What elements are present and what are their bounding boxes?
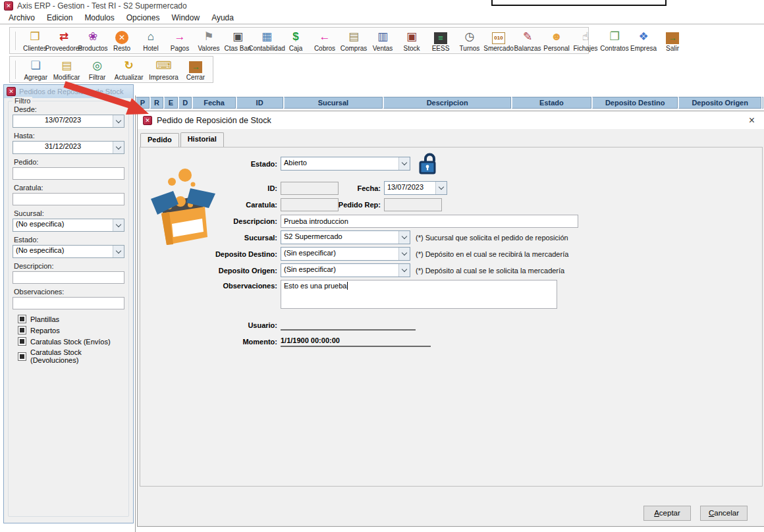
toolbar-smercado[interactable]: 010Smercado bbox=[484, 29, 513, 53]
chevron-down-icon[interactable] bbox=[398, 231, 410, 244]
caratula-input[interactable] bbox=[13, 193, 124, 205]
toolbar-productos[interactable]: ❀Productos bbox=[78, 29, 107, 53]
toolbar-hotel[interactable]: ⌂Hotel bbox=[136, 29, 165, 53]
toolbar-salir[interactable]: →Salir bbox=[658, 29, 687, 53]
checkbox-checked-icon[interactable] bbox=[18, 326, 26, 334]
chevron-down-icon[interactable] bbox=[113, 246, 124, 257]
fecha-date-picker[interactable]: 13/07/2023 bbox=[384, 181, 447, 195]
hasta-date-picker[interactable]: 31/12/2023 bbox=[13, 141, 124, 154]
toolbar-grip[interactable] bbox=[15, 32, 16, 50]
estado-select[interactable]: Abierto bbox=[281, 157, 410, 171]
toolbar-personal[interactable]: ☻Personal bbox=[542, 29, 571, 53]
aceptar-button[interactable]: Aceptar bbox=[643, 506, 691, 521]
toolbar-compras[interactable]: ▤Compras bbox=[339, 29, 368, 53]
toolbar-cobros[interactable]: ←Cobros bbox=[310, 29, 339, 53]
smercado-binary-icon: 010 bbox=[492, 32, 505, 44]
checkbox-row-plantillas[interactable]: Plantillas bbox=[18, 315, 124, 323]
toolbar-proveedores[interactable]: ⇄Proveedores bbox=[49, 29, 78, 53]
grid-column-d[interactable]: D bbox=[178, 97, 192, 109]
desde-date-picker[interactable]: 13/07/2023 bbox=[13, 115, 124, 128]
grid-column-estado[interactable]: Estado bbox=[512, 97, 591, 109]
grid-column-deposito-destino[interactable]: Deposito Destino bbox=[592, 97, 678, 109]
observaciones-textarea[interactable]: Esto es una prueba bbox=[281, 280, 557, 309]
checkbox-row-repartos[interactable]: Repartos bbox=[18, 326, 124, 334]
deposito-origen-select[interactable]: (Sin especificar) bbox=[281, 263, 410, 277]
toolbar-stock[interactable]: ▣Stock bbox=[397, 29, 426, 53]
menu-edicion[interactable]: Edicion bbox=[41, 12, 78, 24]
checkbox-row-caratulas-stock-env-os-[interactable]: Caratulas Stock (Envíos) bbox=[18, 337, 124, 346]
bank-safe-icon: ▣ bbox=[230, 30, 246, 44]
deposito-origen-hint: (*) Depósito al cual se le solicita la m… bbox=[416, 267, 564, 275]
toolbar-empresa[interactable]: ❖Empresa bbox=[629, 29, 658, 53]
menu-modulos[interactable]: Modulos bbox=[78, 12, 120, 24]
checkbox-checked-icon[interactable] bbox=[18, 337, 26, 346]
toolbar-contabilidad[interactable]: ▦Contabilidad bbox=[252, 29, 281, 53]
chevron-down-icon[interactable] bbox=[398, 157, 410, 170]
caratula-label: Caratula: bbox=[14, 184, 124, 192]
sucursal-hint: (*) Sucursal que solicita el pedido de r… bbox=[416, 234, 568, 242]
chevron-down-icon[interactable] bbox=[113, 142, 124, 153]
descripcion-input[interactable]: Prueba introduccion bbox=[281, 215, 578, 228]
toolbar-cerrar[interactable]: →Cerrar bbox=[181, 58, 210, 82]
chevron-down-icon[interactable] bbox=[113, 115, 124, 127]
toolbar-filtrar[interactable]: ◎Filtrar bbox=[83, 58, 112, 82]
checkbox-label: Repartos bbox=[30, 327, 60, 334]
toolbar-item-label: Smercado bbox=[483, 45, 514, 52]
toolbar-eess[interactable]: ≡EESS bbox=[426, 29, 455, 53]
toolbar-valores[interactable]: ⚑Valores bbox=[194, 29, 223, 53]
toolbar-contratos[interactable]: ❐Contratos bbox=[600, 29, 629, 53]
toolbar-ventas[interactable]: ▥Ventas bbox=[368, 29, 397, 53]
toolbar-item-label: Agregar bbox=[24, 74, 47, 81]
chevron-down-icon[interactable] bbox=[398, 248, 410, 260]
grid-column-deposito-origen[interactable]: Deposito Origen bbox=[678, 97, 761, 109]
desde-value: 13/07/2023 bbox=[13, 115, 113, 127]
deposito-destino-select[interactable]: (Sin especificar) bbox=[281, 247, 410, 261]
deposito-origen-label: Deposito Origen: bbox=[200, 267, 277, 275]
toolbar-agregar[interactable]: ❏Agregar bbox=[21, 58, 51, 82]
estado-select[interactable]: (No especifica) bbox=[13, 245, 124, 258]
toolbar-item-label: Hotel bbox=[143, 45, 158, 52]
toolbar-turnos[interactable]: ◷Turnos bbox=[455, 29, 484, 53]
tab-pedido[interactable]: Pedido bbox=[140, 133, 179, 147]
grid-column-descripcion[interactable]: Descripcion bbox=[383, 97, 511, 109]
grid-column-fecha[interactable]: Fecha bbox=[192, 97, 235, 109]
contracts-document-icon: ❐ bbox=[607, 30, 622, 44]
cancelar-button[interactable]: Cancelar bbox=[700, 506, 748, 521]
sucursal-select[interactable]: (No especifica) bbox=[13, 219, 124, 232]
grid-column-id[interactable]: ID bbox=[236, 97, 283, 109]
chevron-down-icon[interactable] bbox=[398, 264, 410, 277]
toolbar-actualizar[interactable]: ↻Actualizar bbox=[112, 58, 146, 82]
toolbar-pagos[interactable]: →Pagos bbox=[165, 29, 194, 53]
toolbar-impresora[interactable]: ⌨Impresora bbox=[146, 58, 181, 82]
menu-opciones[interactable]: Opciones bbox=[121, 12, 166, 24]
toolbar-balanzas[interactable]: ✎Balanzas bbox=[513, 29, 542, 53]
chevron-down-icon[interactable] bbox=[435, 182, 447, 194]
grid-column-sucursal[interactable]: Sucursal bbox=[284, 97, 383, 109]
grid-column-r[interactable]: R bbox=[150, 97, 164, 109]
grid-column-p[interactable]: P bbox=[136, 97, 150, 109]
toolbar-resto[interactable]: ✕Resto bbox=[107, 29, 136, 53]
menu-archivo[interactable]: Archivo bbox=[3, 12, 41, 24]
toolbar-item-label: Fichajes bbox=[573, 45, 597, 52]
hotel-building-icon: ⌂ bbox=[143, 30, 159, 44]
toolbar-caja[interactable]: $Caja bbox=[281, 29, 310, 53]
dialog-tabstrip: Pedido Historial bbox=[138, 129, 764, 147]
menu-window[interactable]: Window bbox=[165, 12, 205, 24]
sucursal-select[interactable]: S2 Supermercado bbox=[281, 230, 410, 244]
pedido-input[interactable] bbox=[13, 167, 124, 180]
grid-column-filler[interactable] bbox=[762, 97, 763, 109]
toolbar-modificar[interactable]: ▤Modificar bbox=[50, 58, 82, 82]
grid-column-e[interactable]: E bbox=[164, 97, 178, 109]
chevron-down-icon[interactable] bbox=[113, 219, 124, 231]
checkbox-row-caratulas-stock-devoluciones-[interactable]: Caratulas Stock (Devoluciones) bbox=[18, 348, 124, 364]
menu-ayuda[interactable]: Ayuda bbox=[205, 12, 240, 24]
descripcion-input[interactable] bbox=[13, 271, 124, 284]
tab-historial[interactable]: Historial bbox=[180, 132, 224, 147]
toolbar-grip[interactable] bbox=[15, 61, 17, 79]
toolbar-fichajes[interactable]: ☝Fichajes bbox=[571, 29, 600, 53]
observaciones-input[interactable] bbox=[13, 297, 124, 309]
toolbar-item-label: Salir bbox=[666, 45, 679, 52]
checkbox-checked-icon[interactable] bbox=[18, 352, 26, 361]
checkbox-checked-icon[interactable] bbox=[18, 315, 26, 323]
close-icon[interactable]: × bbox=[745, 115, 759, 126]
